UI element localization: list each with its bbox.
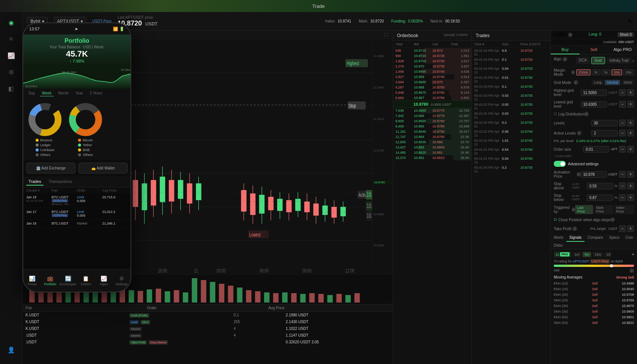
lev-10x[interactable]: 10x [611,69,622,75]
sell-info[interactable]: i [629,268,634,273]
tab-alerts[interactable]: Alerts [551,234,566,242]
sidebar-icon-menu[interactable]: ≡ [5,32,18,46]
date-day[interactable]: Day [26,90,38,96]
date-week[interactable]: Week [40,90,54,96]
act-decrement[interactable]: − [619,171,626,178]
stop-above-input[interactable] [587,183,613,189]
date-year[interactable]: Year [73,90,85,96]
time-1s-pro[interactable]: 1s PRO [554,252,571,257]
svg-text:21: 21 [194,268,198,274]
log-dist-checkbox[interactable]: ☐ [554,112,557,116]
triggered-last[interactable]: Last Price [575,205,593,214]
tab-debug[interactable]: Debu [551,242,566,249]
advanced-toggle[interactable] [554,161,566,167]
sidebar-icon-chart[interactable]: 📈 [5,49,18,62]
active-levels-label: Active Levels i [554,131,591,135]
take-profit-info[interactable]: i [572,226,577,231]
sidebar-icon-settings[interactable]: ⚙ [5,65,18,79]
triggered-info[interactable]: i [572,207,575,212]
date-2years[interactable]: 2 Years [87,90,104,96]
active-levels-decrement[interactable]: − [619,130,626,136]
triggered-index[interactable]: Index Price [614,205,634,214]
highest-grid-input[interactable] [581,90,607,96]
nav-orders[interactable]: 📋 Orders [77,276,95,286]
algo-info-icon[interactable]: i [563,57,567,61]
tab-coin[interactable]: Coin [622,234,636,242]
grid-long[interactable]: Long [592,80,604,85]
nav-settings[interactable]: ⚙ Settings [113,276,131,286]
active-levels-input[interactable] [591,130,617,136]
highest-decrement[interactable]: − [619,89,626,96]
svg-rect-42 [142,183,147,210]
refresh-icon[interactable]: ↻ [628,18,632,25]
activation-price-label: Activation Price i [554,170,581,178]
date-month[interactable]: Month [56,90,71,96]
nav-portfolio[interactable]: 💼 Portfolio [41,276,59,286]
nav-exchanges[interactable]: 🔄 Exchanges [59,276,77,286]
tool-fullscreen[interactable]: ⛶ [383,32,390,37]
add-exchange-btn[interactable]: 🏦 Add Exchange [26,163,75,174]
nav-algos[interactable]: 📈 Algos [95,276,113,286]
time-5m[interactable]: 5m [583,252,591,257]
order-size-increment[interactable]: + [627,146,634,153]
stop-above-increment[interactable]: + [627,183,634,189]
tab-algo[interactable]: Algo PRO [608,45,637,54]
add-wallet-btn[interactable]: 👝 Add Wallet [78,163,128,174]
time-15m[interactable]: 15m [593,252,603,257]
highest-increment[interactable]: + [627,89,634,96]
nav-prices[interactable]: 📊 Prices [23,276,41,286]
tab-transactions-phone[interactable]: Transactions [47,178,75,186]
algo-infinity[interactable]: Infinity Trail [607,57,632,64]
grid-info-icon[interactable]: i [574,80,578,85]
lev-cross[interactable]: Cross [576,69,590,75]
tab-trades-phone[interactable]: Trades [26,178,44,186]
tab-compare[interactable]: Compare [584,234,606,242]
close-pos-info[interactable]: i [610,217,615,222]
stop-above-decrement[interactable]: − [619,183,626,189]
grid-short[interactable]: Short [621,80,634,85]
tab-specs[interactable]: Specs [606,234,623,242]
lev-20x[interactable]: 20x [623,69,634,75]
triggered-mark[interactable]: Mark Price [594,205,613,214]
sidebar-icon-home[interactable]: ◉ [5,16,18,29]
tab-sell[interactable]: Sell [580,45,608,54]
stop-below-input[interactable] [587,195,613,201]
sidebar-icon-user[interactable]: 👤 [5,343,18,357]
algo-grid[interactable]: Grid [591,57,605,64]
tp-decrement[interactable]: − [619,225,626,232]
activation-price-input[interactable] [581,171,607,178]
short-label[interactable]: Short 0 [617,32,634,37]
activation-info[interactable]: i [577,172,580,177]
active-levels-info[interactable]: i [577,131,581,135]
stop-below-decrement[interactable]: − [619,194,626,201]
tab-signals[interactable]: Signals [566,234,585,242]
tab-buy[interactable]: Buy [551,45,580,54]
levels-input[interactable] [591,120,617,126]
close-pos-checkbox[interactable]: ☑ [554,218,557,222]
lowest-increment[interactable]: + [627,101,634,108]
order-size-decrement[interactable]: − [619,146,626,153]
order-size-input[interactable] [583,146,609,153]
lowest-decrement[interactable]: − [619,101,626,108]
act-increment[interactable]: + [627,171,634,178]
lev-3x[interactable]: 3x [592,69,601,75]
levels-decrement[interactable]: − [619,120,626,126]
chevron-down-time[interactable]: ▾ [632,252,634,256]
log-dist-info[interactable]: i [584,112,589,116]
svg-text:12:00: 12:00 [346,268,355,274]
lowest-grid-input[interactable] [581,101,607,108]
tp-increment[interactable]: + [627,225,634,232]
position-info-icon[interactable]: i [568,33,572,37]
time-1d[interactable]: 1d [604,252,612,257]
time-1m[interactable]: 1m [573,252,581,257]
lev-5x[interactable]: 5x [601,69,610,75]
sidebar-icon-layout[interactable]: ◧ [5,82,18,95]
algo-dca[interactable]: DCA [576,57,590,64]
active-levels-increment[interactable]: + [627,130,634,136]
stop-below-increment[interactable]: + [627,194,634,201]
margin-info-icon[interactable]: i [571,70,575,75]
trade-row: 05:41:02 PM Apr 21 0.06 10.8740 [472,129,550,138]
levels-increment[interactable]: + [627,120,634,126]
grid-neutral[interactable]: Neutral [605,80,620,85]
chevron-right-icon[interactable]: › [632,58,634,64]
